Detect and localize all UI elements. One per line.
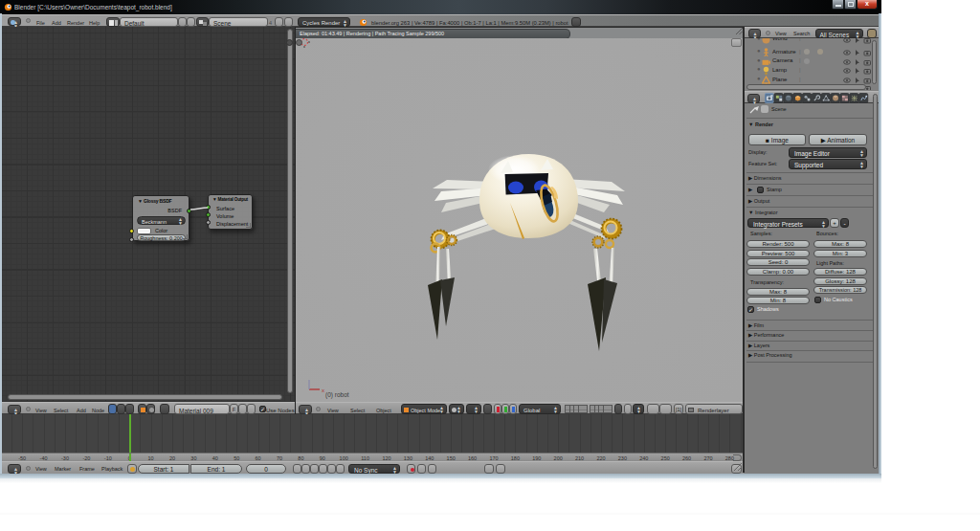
svg-text:x: x	[322, 387, 324, 393]
svg-text:(0) robot: (0) robot	[325, 391, 349, 399]
